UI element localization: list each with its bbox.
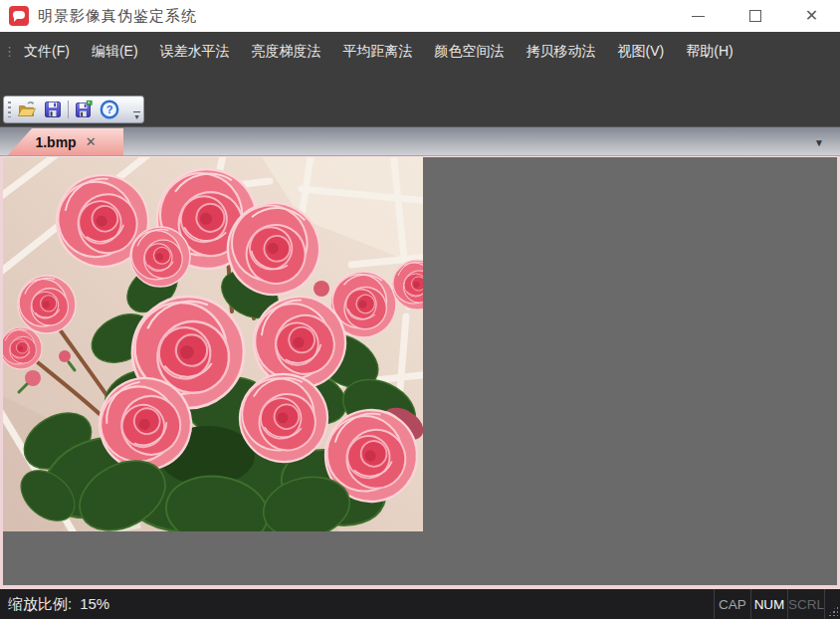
menu-item-copy-move[interactable]: 拷贝移动法 bbox=[516, 32, 607, 70]
toolbar-row: ? ▾ bbox=[0, 70, 840, 126]
menu-item-average-distance[interactable]: 平均距离法 bbox=[332, 32, 424, 70]
menu-item-error-level[interactable]: 误差水平法 bbox=[149, 32, 241, 70]
status-bar: 缩放比例: 15% CAP NUM SCRL bbox=[0, 589, 840, 619]
menu-item-help[interactable]: 帮助(H) bbox=[675, 32, 743, 70]
num-lock-indicator[interactable]: NUM bbox=[750, 589, 787, 619]
zoom-label: 缩放比例: bbox=[8, 595, 72, 614]
menu-bar: ⋮ 文件(F) 编辑(E) 误差水平法 亮度梯度法 平均距离法 颜色空间法 拷贝… bbox=[0, 32, 840, 70]
toolbar-separator bbox=[68, 101, 69, 118]
menu-grip-icon[interactable]: ⋮ bbox=[3, 44, 13, 59]
toolbar: ? ▾ bbox=[3, 96, 144, 123]
minimize-button[interactable] bbox=[670, 0, 727, 32]
menu-item-view[interactable]: 视图(V) bbox=[607, 32, 676, 70]
menu-item-color-space[interactable]: 颜色空间法 bbox=[424, 32, 516, 70]
help-button[interactable]: ? bbox=[97, 98, 122, 121]
maximize-icon bbox=[749, 10, 761, 22]
toolbar-overflow-icon[interactable]: ▾ bbox=[133, 111, 140, 121]
close-icon: ✕ bbox=[805, 8, 818, 24]
document-canvas bbox=[0, 156, 840, 589]
save-icon bbox=[43, 100, 63, 119]
open-button[interactable] bbox=[14, 98, 40, 121]
close-button[interactable]: ✕ bbox=[783, 0, 840, 32]
svg-text:?: ? bbox=[106, 103, 113, 115]
open-folder-icon bbox=[17, 100, 37, 119]
tab-bar: 1.bmp ✕ ▼ bbox=[0, 126, 840, 156]
toolbar-grip-icon[interactable] bbox=[8, 102, 11, 117]
menu-item-file[interactable]: 文件(F) bbox=[13, 32, 81, 70]
menu-item-edit[interactable]: 编辑(E) bbox=[81, 32, 149, 70]
tab-label: 1.bmp bbox=[35, 134, 76, 150]
scroll-lock-indicator[interactable]: SCRL bbox=[787, 589, 824, 619]
save-as-button[interactable] bbox=[71, 98, 97, 121]
zoom-status: 缩放比例: 15% bbox=[0, 595, 109, 614]
tab-1bmp[interactable]: 1.bmp ✕ bbox=[8, 128, 123, 155]
window-title: 明景影像真伪鉴定系统 bbox=[38, 7, 197, 26]
keyboard-indicators: CAP NUM SCRL bbox=[714, 589, 840, 619]
application-window: 明景影像真伪鉴定系统 ✕ ⋮ 文件(F) 编辑(E) 误差水平法 亮度梯度法 平… bbox=[0, 0, 840, 619]
menu-toolbar-region: ⋮ 文件(F) 编辑(E) 误差水平法 亮度梯度法 平均距离法 颜色空间法 拷贝… bbox=[0, 32, 840, 126]
maximize-button[interactable] bbox=[727, 0, 783, 32]
menu-item-luminance-gradient[interactable]: 亮度梯度法 bbox=[241, 32, 332, 70]
caps-lock-indicator[interactable]: CAP bbox=[714, 589, 750, 619]
save-as-icon bbox=[74, 100, 94, 119]
tab-list-dropdown-icon[interactable]: ▼ bbox=[814, 138, 824, 148]
tab-close-icon[interactable]: ✕ bbox=[86, 135, 97, 148]
minimize-icon bbox=[692, 16, 705, 17]
title-bar: 明景影像真伪鉴定系统 ✕ bbox=[0, 0, 840, 32]
document-image bbox=[3, 157, 423, 531]
app-logo-icon bbox=[9, 6, 29, 26]
save-button[interactable] bbox=[40, 98, 66, 121]
window-controls: ✕ bbox=[670, 0, 840, 32]
zoom-value: 15% bbox=[80, 595, 109, 614]
help-icon: ? bbox=[100, 100, 119, 119]
resize-grip-icon[interactable] bbox=[824, 589, 840, 619]
